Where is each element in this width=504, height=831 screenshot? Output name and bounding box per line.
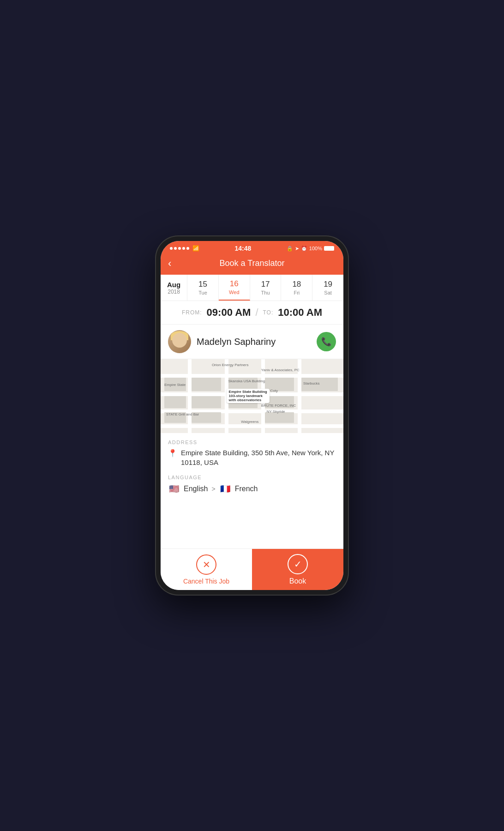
battery-percent: 100% (309, 246, 322, 251)
calendar-section: Aug 2018 15 Tue 16 Wed 17 Thu 18 Fri 19 … (161, 275, 343, 301)
alarm-icon: ⏰ (301, 246, 307, 252)
map-text-brute: BRUTE FORCE, INC (261, 403, 296, 408)
call-button[interactable]: 📞 (317, 332, 336, 351)
time-section: FROM: 09:00 AM / TO: 10:00 AM (161, 301, 343, 325)
to-time[interactable]: 10:00 AM (278, 307, 322, 319)
to-flag: 🇫🇷 (219, 483, 231, 495)
map-text-orion: Orion Energy Partners (212, 363, 249, 367)
book-circle-icon: ✓ (288, 554, 308, 574)
day-col-18[interactable]: 18 Fri (281, 275, 312, 301)
page-title: Book a Translator (219, 259, 284, 268)
to-label: TO: (263, 309, 274, 316)
map-text-starbucks: Starbucks (303, 381, 320, 385)
day-num-19: 19 (324, 280, 332, 289)
language-arrow: > (211, 485, 215, 493)
day-name-16: Wed (229, 289, 239, 295)
day-col-19[interactable]: 19 Sat (312, 275, 343, 301)
map-text-skyride: NY Skyride (267, 409, 285, 414)
map-section[interactable]: Orion Energy Partners Yaniv & Associates… (161, 359, 343, 433)
status-time: 14:48 (235, 245, 252, 252)
book-button[interactable]: ✓ Book (252, 549, 343, 590)
day-name-17: Thu (261, 290, 270, 295)
content-section: ADDRESS 📍 Empire State Building, 350 5th… (161, 433, 343, 548)
signal-dot-3 (178, 247, 181, 250)
from-language: English (184, 485, 208, 493)
day-num-16: 16 (230, 279, 239, 289)
signal-dot-5 (186, 247, 189, 250)
signal-dot-2 (174, 247, 177, 250)
cancel-job-button[interactable]: ✕ Cancel This Job (161, 549, 252, 590)
book-label: Book (289, 577, 306, 585)
month-name: Aug (167, 281, 180, 289)
map-text-skanska: Skanska USA Building (228, 379, 265, 383)
wifi-icon: 📶 (192, 245, 199, 252)
month-column: Aug 2018 (161, 275, 187, 301)
lock-icon: 🔒 (287, 246, 293, 252)
language-row: 🇺🇸 English > 🇫🇷 French (168, 483, 336, 495)
day-name-18: Fri (294, 290, 300, 295)
from-time[interactable]: 09:00 AM (207, 307, 251, 319)
day-name-19: Sat (324, 290, 332, 295)
day-num-18: 18 (292, 280, 301, 289)
x-icon: ✕ (203, 559, 210, 570)
cancel-label: Cancel This Job (183, 578, 229, 585)
avatar-image (168, 330, 191, 353)
from-flag: 🇺🇸 (168, 483, 180, 495)
map-text-coty: Coty (270, 389, 278, 393)
app-header: ‹ Book a Translator (161, 254, 343, 275)
translator-avatar (168, 330, 191, 353)
day-col-17[interactable]: 17 Thu (250, 275, 282, 301)
map-text-state-grill: STATE Grill and Bar (166, 412, 199, 416)
map-background: Orion Energy Partners Yaniv & Associates… (161, 359, 343, 433)
phone-screen: 📶 14:48 🔒 ➤ ⏰ 100% ‹ Book a Translator A… (161, 241, 343, 590)
time-divider: / (255, 307, 258, 319)
location-status-icon: ➤ (295, 246, 299, 252)
map-text-walgreens: Walgreens (241, 420, 258, 424)
battery-bar (324, 246, 334, 251)
check-icon: ✓ (294, 559, 302, 570)
map-pin-icon: 📍 (168, 449, 177, 458)
status-left: 📶 (170, 245, 199, 252)
day-name-15: Tue (198, 290, 207, 295)
signal-dot-4 (182, 247, 185, 250)
cancel-circle-icon: ✕ (196, 554, 216, 575)
day-num-17: 17 (261, 280, 270, 289)
back-button[interactable]: ‹ (168, 258, 171, 270)
phone-frame: 📶 14:48 🔒 ➤ ⏰ 100% ‹ Book a Translator A… (155, 235, 349, 596)
day-col-16[interactable]: 16 Wed (219, 275, 250, 301)
map-text-yaniv: Yaniv & Associates, PC (261, 368, 300, 372)
day-col-15[interactable]: 15 Tue (187, 275, 219, 301)
avatar-face (172, 333, 187, 348)
status-bar: 📶 14:48 🔒 ➤ ⏰ 100% (161, 241, 343, 254)
map-popup: Empire State Building 103-story landmark… (227, 389, 270, 403)
phone-icon: 📞 (321, 337, 331, 347)
to-language: French (235, 485, 258, 493)
bottom-bar: ✕ Cancel This Job ✓ Book (161, 548, 343, 590)
signal-dot-1 (170, 247, 173, 250)
map-text-empire: Empire State (164, 383, 186, 387)
address-section-label: ADDRESS (168, 440, 336, 445)
month-year: 2018 (168, 289, 180, 295)
from-label: FROM: (182, 309, 202, 316)
translator-name: Madelyn Saphariny (197, 337, 311, 347)
address-row: 📍 Empire State Building, 350 5th Ave, Ne… (168, 448, 336, 467)
status-right: 🔒 ➤ ⏰ 100% (287, 246, 334, 252)
translator-section: Madelyn Saphariny 📞 (161, 325, 343, 359)
day-num-15: 15 (198, 280, 207, 289)
address-text: Empire State Building, 350 5th Ave, New … (181, 448, 336, 467)
language-section-label: LANGUAGE (168, 475, 336, 480)
